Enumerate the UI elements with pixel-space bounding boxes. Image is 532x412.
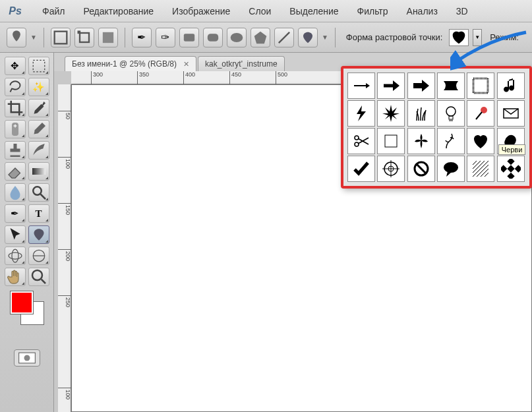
ruler-tick: 150 [58, 203, 71, 215]
shape-speech[interactable] [437, 156, 465, 182]
svg-point-14 [33, 187, 42, 195]
fill-pixels-icon[interactable] [98, 28, 118, 47]
quick-mask-toggle[interactable] [14, 349, 40, 367]
zoom-tool[interactable] [28, 268, 49, 286]
roundrect-shape-icon[interactable] [203, 28, 223, 47]
rect-shape-icon[interactable] [179, 28, 199, 47]
menu-filter[interactable]: Фильтр [348, 3, 398, 19]
shape-no[interactable] [407, 156, 435, 182]
mode-label: Режим: [490, 32, 519, 42]
move-tool[interactable]: ✥ [5, 57, 26, 75]
shape-crosshair[interactable] [377, 156, 405, 182]
history-brush-tool[interactable] [28, 141, 49, 160]
pen-icon[interactable]: ✒ [132, 28, 152, 47]
shape-heart[interactable]: Черви [467, 128, 494, 154]
menu-select[interactable]: Выделение [280, 3, 347, 19]
custom-shape-icon[interactable] [298, 28, 318, 47]
eraser-tool[interactable] [5, 162, 26, 181]
hand-tool[interactable] [5, 268, 26, 286]
shape-bulb[interactable] [437, 100, 465, 127]
shape-grass[interactable] [407, 100, 435, 127]
shape-check[interactable] [347, 156, 375, 182]
svg-marker-24 [366, 83, 370, 88]
shape-tooltip: Черви [498, 144, 526, 155]
shape-scissors[interactable] [347, 128, 375, 154]
brush-tool[interactable] [28, 120, 49, 138]
svg-rect-13 [32, 168, 45, 175]
menu-edit[interactable]: Редактирование [74, 3, 163, 19]
shape-hatch[interactable] [467, 156, 494, 182]
shape-bowtie[interactable] [437, 73, 465, 99]
heal-tool[interactable] [5, 120, 26, 138]
path-select-tool[interactable] [5, 225, 26, 244]
options-bar: ▼ ✒ ✑ ▼ Форма растровой точки: ▼ Режим: [0, 22, 532, 53]
shape-arrow-block[interactable] [407, 73, 435, 99]
svg-point-22 [24, 355, 30, 361]
ellipse-shape-icon[interactable] [227, 28, 247, 47]
shape-arrow-thin[interactable] [347, 73, 375, 99]
svg-point-16 [9, 252, 22, 259]
ruler-tick: 300 [91, 71, 103, 84]
shape-rect-outline[interactable] [377, 128, 405, 154]
path-icon[interactable] [74, 28, 94, 47]
svg-line-34 [476, 112, 482, 119]
svg-line-15 [40, 194, 45, 200]
menu-layers[interactable]: Слои [239, 3, 280, 19]
svg-marker-7 [254, 31, 267, 44]
shape-checker[interactable] [497, 156, 525, 182]
3d-orbit-tool[interactable] [28, 247, 49, 265]
lasso-tool[interactable] [5, 78, 26, 96]
blur-tool[interactable] [5, 183, 26, 202]
line-shape-icon[interactable] [274, 28, 294, 47]
svg-line-39 [358, 138, 369, 144]
shape-dropdown-toggle[interactable]: ▼ [473, 29, 482, 46]
foreground-color[interactable] [11, 291, 33, 314]
shape-frame[interactable] [467, 73, 494, 99]
shape-pin[interactable] [467, 100, 494, 127]
menu-3d[interactable]: 3D [447, 3, 477, 19]
shape-layer-icon[interactable] [51, 28, 71, 47]
ruler-tick: 400 [183, 71, 195, 84]
ruler-tick: 250 [58, 295, 71, 307]
svg-rect-1 [80, 33, 89, 42]
svg-line-38 [358, 138, 369, 144]
shape-burst[interactable] [377, 100, 405, 127]
type-tool[interactable]: T [28, 204, 49, 223]
svg-point-17 [12, 249, 18, 262]
shape-arrow-bold[interactable] [377, 73, 405, 99]
shape-envelope[interactable] [497, 100, 525, 127]
freeform-pen-icon[interactable]: ✑ [156, 28, 175, 47]
dodge-tool[interactable] [28, 183, 49, 202]
svg-rect-53 [507, 173, 514, 179]
wand-tool[interactable]: ✨ [28, 78, 49, 96]
current-shape-preview[interactable] [449, 29, 469, 46]
menu-image[interactable]: Изображение [163, 3, 239, 19]
menu-file[interactable]: Файл [33, 3, 74, 19]
shape-fleur[interactable] [407, 128, 435, 154]
stamp-tool[interactable] [5, 141, 26, 160]
shape-tool[interactable] [28, 225, 49, 244]
svg-rect-0 [55, 31, 67, 44]
polygon-shape-icon[interactable] [251, 28, 270, 47]
close-icon[interactable]: ✕ [183, 60, 189, 69]
svg-rect-2 [77, 30, 80, 34]
shape-vine[interactable] [437, 128, 465, 154]
tool-preset-icon[interactable] [7, 28, 26, 47]
shape-lightning[interactable] [347, 100, 375, 127]
gradient-tool[interactable] [28, 162, 49, 181]
svg-rect-28 [473, 78, 488, 93]
crop-tool[interactable] [5, 99, 26, 117]
tab-label: Без имени-1 @ 25% (RGB/8) [72, 59, 177, 69]
eyedropper-tool[interactable] [28, 99, 49, 117]
tab-doc-1[interactable]: Без имени-1 @ 25% (RGB/8)✕ [65, 56, 196, 71]
menu-analysis[interactable]: Анализ [398, 3, 447, 19]
svg-point-36 [355, 136, 359, 140]
shape-note[interactable] [497, 73, 525, 99]
3d-rotate-tool[interactable] [5, 247, 26, 265]
svg-rect-9 [33, 60, 45, 72]
tab-doc-2[interactable]: kak_otkryt'_instrume [198, 56, 285, 71]
marquee-tool[interactable] [28, 57, 49, 75]
color-swatches[interactable] [11, 291, 44, 324]
pen-tool[interactable]: ✒ [5, 204, 26, 223]
ruler-tick: 100 [58, 388, 71, 399]
